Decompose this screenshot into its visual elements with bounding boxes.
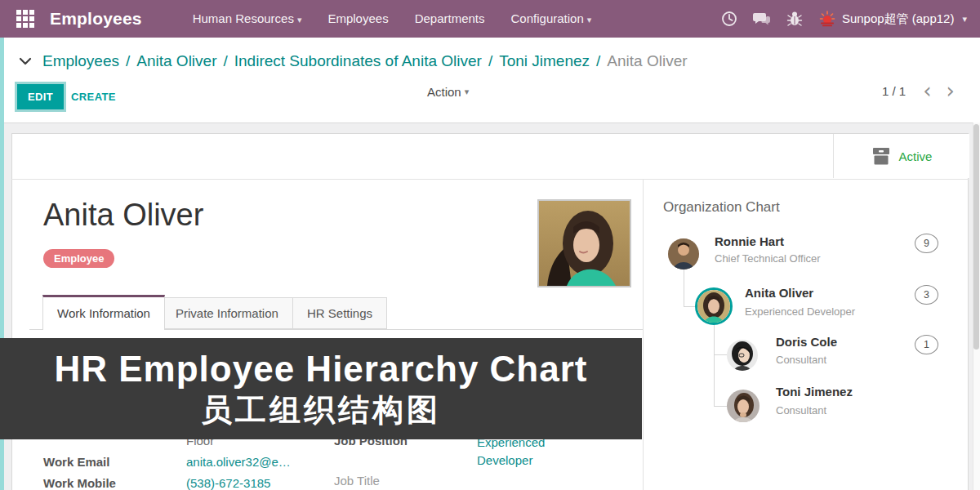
org-connector-line <box>684 306 695 307</box>
chevron-right-icon[interactable]: › <box>939 82 962 99</box>
breadcrumb-separator: / <box>126 52 130 70</box>
navbar-right: Sunpop超管 (app12) ▾ <box>713 0 980 38</box>
annotation-banner: HR Employee Hierarchy Chart 员工组织结构图 <box>0 338 642 439</box>
work-mobile-value[interactable]: (538)-672-3185 <box>186 476 270 490</box>
avatar-ronnie-hart[interactable] <box>668 238 699 270</box>
breadcrumb-link-employees[interactable]: Employees <box>42 52 119 70</box>
work-email-value[interactable]: anita.oliver32@e… <box>186 455 291 469</box>
breadcrumb-current: Anita Oliver <box>607 52 687 70</box>
breadcrumb-separator: / <box>223 52 227 70</box>
menu-employees[interactable]: Employees <box>314 0 401 38</box>
chevron-down-icon: ▾ <box>465 87 470 97</box>
user-menu[interactable]: Sunpop超管 (app12) ▾ <box>819 11 967 27</box>
edit-button[interactable]: EDIT <box>17 84 64 109</box>
breadcrumb-link-indirect-subordinates[interactable]: Indirect Subordinates of Anita Oliver <box>234 52 482 70</box>
control-panel: Employees / Anita Oliver / Indirect Subo… <box>4 38 980 123</box>
chevron-down-icon: ▾ <box>297 15 302 24</box>
app-brand-title: Employees <box>50 9 142 29</box>
subordinate-count-badge[interactable]: 9 <box>915 234 938 253</box>
action-dropdown[interactable]: Action ▾ <box>427 85 469 99</box>
chevron-left-icon[interactable]: ‹ <box>915 82 938 99</box>
tab-hr-settings[interactable]: HR Settings <box>292 297 387 329</box>
breadcrumb: Employees / Anita Oliver / Indirect Subo… <box>15 52 688 70</box>
org-connector-line <box>714 406 727 407</box>
menu-label: Departments <box>415 11 485 25</box>
form-header-row <box>11 133 969 180</box>
active-status-button[interactable]: Active <box>833 134 969 178</box>
menu-label: Employees <box>327 11 388 25</box>
banner-title-en: HR Employee Hierarchy Chart <box>55 348 588 390</box>
archive-box-icon <box>871 146 891 166</box>
app-window: Employees Human Resources▾ Employees Dep… <box>0 0 980 490</box>
org-connector-line <box>714 325 715 406</box>
subordinate-count-badge[interactable]: 1 <box>915 335 938 354</box>
menu-configuration[interactable]: Configuration▾ <box>498 0 605 38</box>
create-button[interactable]: CREATE <box>63 84 124 109</box>
tab-work-information[interactable]: Work Information <box>42 295 165 330</box>
menu-label: Configuration <box>511 11 584 25</box>
breadcrumb-link-anita-oliver[interactable]: Anita Oliver <box>136 52 216 70</box>
menu-label: Human Resources <box>193 11 294 25</box>
sun-logo-icon <box>819 11 835 27</box>
chevron-down-icon: ▾ <box>962 14 967 24</box>
org-connector-line <box>684 270 684 307</box>
active-status-label: Active <box>899 149 933 163</box>
chevron-down-icon[interactable] <box>15 53 36 69</box>
subordinate-count-badge[interactable]: 3 <box>915 285 938 305</box>
pager-count: 1 / 1 <box>882 84 906 98</box>
panel-divider <box>643 179 644 490</box>
debug-bug-icon[interactable] <box>778 0 811 38</box>
avatar-doris-cole[interactable] <box>727 340 758 371</box>
messages-icon[interactable] <box>746 0 778 38</box>
avatar-anita-oliver[interactable] <box>695 287 733 325</box>
employee-type-badge: Employee <box>43 249 114 268</box>
top-navbar: Employees Human Resources▾ Employees Dep… <box>0 0 980 38</box>
apps-grid-icon[interactable] <box>15 8 36 29</box>
chevron-down-icon: ▾ <box>587 15 592 24</box>
menu-human-resources[interactable]: Human Resources▾ <box>180 0 315 38</box>
menu-departments[interactable]: Departments <box>402 0 498 38</box>
org-chart-title: Organization Chart <box>663 199 780 216</box>
action-label: Action <box>427 85 461 99</box>
avatar-toni-jimenez[interactable] <box>727 390 760 422</box>
breadcrumb-separator: / <box>488 52 492 70</box>
pager: 1 / 1 ‹ › <box>882 82 962 99</box>
activity-clock-icon[interactable] <box>713 0 746 38</box>
employee-name-title: Anita Oliver <box>43 198 203 233</box>
employee-photo[interactable] <box>537 199 631 287</box>
banner-title-zh: 员工组织结构图 <box>201 390 441 430</box>
work-email-label: Work Email <box>43 455 109 469</box>
work-mobile-label: Work Mobile <box>43 476 116 490</box>
scrollbar-thumb[interactable] <box>973 124 979 350</box>
tab-private-information[interactable]: Private Information <box>161 297 293 329</box>
job-title-label: Job Title <box>334 474 380 488</box>
user-name: Sunpop超管 (app12) <box>842 11 955 27</box>
org-connector-line <box>714 354 727 355</box>
breadcrumb-separator: / <box>596 52 600 70</box>
main-menu: Human Resources▾ Employees Departments C… <box>180 0 605 38</box>
breadcrumb-link-toni-jimenez[interactable]: Toni Jimenez <box>499 52 590 70</box>
